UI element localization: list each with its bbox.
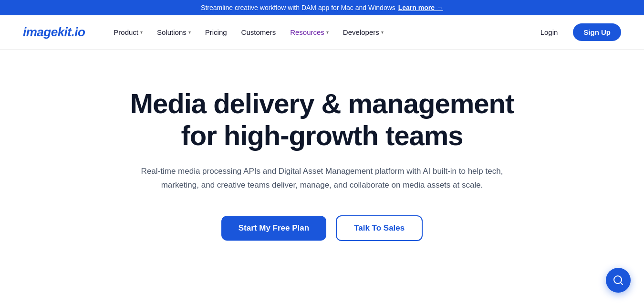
chevron-down-icon: ▾	[381, 30, 384, 35]
nav-item-developers[interactable]: Developers ▾	[337, 24, 389, 40]
hero-section: Media delivery & management for high-gro…	[107, 50, 537, 270]
chevron-down-icon: ▾	[140, 30, 143, 35]
logo[interactable]: imagekit.io	[23, 25, 85, 40]
hero-subtitle: Real-time media processing APIs and Digi…	[141, 165, 503, 192]
nav-actions: Login Sign Up	[531, 23, 621, 41]
chevron-down-icon: ▾	[188, 30, 191, 35]
nav-links: Product ▾ Solutions ▾ Pricing Customers …	[108, 24, 530, 40]
hero-title: Media delivery & management for high-gro…	[126, 88, 518, 151]
nav-item-customers[interactable]: Customers	[236, 24, 282, 40]
talk-to-sales-button[interactable]: Talk To Sales	[336, 215, 423, 241]
nav-item-product[interactable]: Product ▾	[108, 24, 148, 40]
navbar: imagekit.io Product ▾ Solutions ▾ Pricin…	[0, 15, 644, 50]
nav-item-pricing[interactable]: Pricing	[199, 24, 233, 40]
nav-item-resources[interactable]: Resources ▾	[284, 24, 334, 40]
banner-link[interactable]: Learn more →	[398, 4, 443, 11]
announcement-banner: Streamline creative workflow with DAM ap…	[0, 0, 644, 15]
nav-item-solutions[interactable]: Solutions ▾	[151, 24, 197, 40]
signup-button[interactable]: Sign Up	[573, 23, 621, 41]
banner-text: Streamline creative workflow with DAM ap…	[201, 4, 395, 11]
hero-buttons: Start My Free Plan Talk To Sales	[221, 215, 423, 241]
chevron-down-icon: ▾	[326, 30, 329, 35]
start-free-plan-button[interactable]: Start My Free Plan	[221, 216, 326, 241]
chat-bubble[interactable]	[606, 268, 631, 270]
login-button[interactable]: Login	[531, 24, 568, 40]
